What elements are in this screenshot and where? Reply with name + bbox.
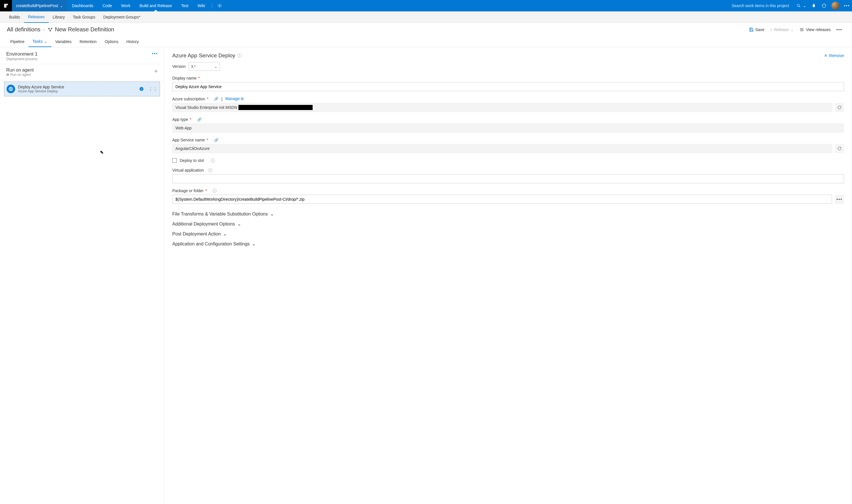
project-name: createBuildPipelinePost: [16, 3, 58, 8]
svg-rect-11: [6, 74, 9, 74]
nav-divider: [212, 3, 212, 8]
help-icon[interactable]: [819, 0, 829, 12]
chevron-down-icon: ⌄: [791, 28, 794, 32]
tab-retention[interactable]: Retention: [76, 36, 101, 47]
tab-pipeline[interactable]: Pipeline: [6, 36, 29, 47]
settings-icon[interactable]: [214, 0, 225, 12]
cursor-icon: ⬉: [100, 149, 104, 155]
environment-subtitle: Deployment process: [6, 57, 38, 61]
svg-point-0: [219, 5, 220, 6]
tab-tasks[interactable]: Tasks ⌄: [29, 36, 51, 47]
nav-test[interactable]: Test: [177, 0, 193, 12]
environment-title: Environment 1: [6, 51, 38, 57]
tab-history[interactable]: History: [122, 36, 143, 47]
remove-button[interactable]: ✕ Remove: [824, 53, 844, 58]
expander-post-deployment[interactable]: Post Deployment Action ⌄: [172, 229, 844, 239]
tab-variables[interactable]: Variables: [51, 36, 76, 47]
plus-icon: +: [770, 28, 773, 32]
browse-icon[interactable]: •••: [835, 195, 844, 204]
user-avatar[interactable]: [832, 2, 839, 10]
subnav-library[interactable]: Library: [49, 12, 69, 23]
redacted-text: [238, 105, 313, 110]
save-button[interactable]: Save: [746, 28, 767, 32]
checkbox-icon[interactable]: [172, 158, 177, 163]
package-input[interactable]: [172, 195, 832, 204]
subscription-select[interactable]: Visual Studio Enterprise mit MSDN: [172, 103, 832, 112]
task-item-deploy-azure[interactable]: Deploy Azure App Service Azure App Servi…: [4, 82, 160, 96]
subscription-label: Azure subscription * 🔗 | Manage ⧉: [172, 96, 844, 101]
check-icon: [139, 87, 144, 91]
phase-subtitle: Run on agent: [6, 73, 34, 77]
hub-subnav: Builds Releases Library Task Groups Depl…: [0, 12, 852, 23]
nav-dashboards[interactable]: Dashboards: [67, 0, 98, 12]
svg-rect-3: [48, 28, 50, 29]
search-icon[interactable]: [797, 4, 801, 8]
main-content: Environment 1 Deployment process ••• Run…: [0, 47, 852, 504]
more-actions[interactable]: •••: [833, 28, 845, 32]
subnav-builds[interactable]: Builds: [5, 12, 24, 23]
info-icon[interactable]: i: [208, 168, 212, 172]
add-task-icon[interactable]: +: [154, 68, 158, 75]
manage-link[interactable]: Manage ⧉: [225, 96, 244, 101]
environment-more-icon[interactable]: •••: [152, 51, 158, 56]
nav-wiki[interactable]: Wiki: [193, 0, 210, 12]
vsts-logo[interactable]: [0, 0, 12, 12]
svg-point-1: [797, 4, 800, 6]
search-input[interactable]: [732, 3, 794, 8]
svg-rect-5: [49, 30, 51, 31]
chevron-down-icon: ⌄: [44, 39, 47, 43]
link-icon[interactable]: 🔗: [214, 97, 218, 101]
info-icon[interactable]: i: [211, 159, 215, 162]
display-name-input[interactable]: [172, 82, 844, 91]
info-icon[interactable]: i: [213, 189, 216, 193]
subnav-deployment-groups[interactable]: Deployment Groups*: [99, 12, 144, 23]
project-selector[interactable]: createBuildPipelinePost ⌄: [12, 0, 67, 12]
global-topbar: createBuildPipelinePost ⌄ Dashboards Cod…: [0, 0, 852, 12]
app-service-label: App Service name * 🔗: [172, 138, 844, 142]
chevron-down-icon[interactable]: ⌄: [803, 3, 806, 8]
expander-file-transforms[interactable]: File Transforms & Variable Substitution …: [172, 209, 844, 219]
nav-work[interactable]: Work: [117, 0, 135, 12]
link-icon[interactable]: 🔗: [214, 138, 218, 142]
agent-phase[interactable]: Run on agent Run on agent +: [0, 64, 164, 80]
refresh-icon[interactable]: [835, 103, 844, 112]
chevron-down-icon: ⌄: [223, 231, 227, 237]
titlebar: All definitions › New Release Definition…: [0, 23, 852, 36]
more-icon[interactable]: •••: [842, 0, 852, 12]
tab-options[interactable]: Options: [101, 36, 122, 47]
link-icon[interactable]: 🔗: [197, 118, 202, 122]
subnav-task-groups[interactable]: Task Groups: [69, 12, 99, 23]
shopping-icon[interactable]: [809, 0, 819, 12]
svg-rect-4: [51, 28, 52, 29]
breadcrumb-root[interactable]: All definitions: [7, 26, 40, 33]
breadcrumb-current: New Release Definition: [55, 26, 114, 33]
app-type-select[interactable]: Web App: [172, 123, 844, 132]
definition-icon: [48, 27, 53, 32]
virtual-app-input[interactable]: [172, 174, 844, 183]
expander-app-config[interactable]: Application and Configuration Settings ⌄: [172, 239, 844, 249]
chevron-right-icon: ›: [43, 28, 45, 32]
chevron-down-icon: ⌄: [270, 211, 274, 217]
nav-build-release[interactable]: Build and Release: [135, 0, 177, 12]
environment-header[interactable]: Environment 1 Deployment process •••: [0, 47, 164, 64]
subnav-releases[interactable]: Releases: [24, 12, 49, 23]
task-detail-panel: Azure App Service Deploy i ✕ Remove Vers…: [164, 47, 852, 504]
nav-code[interactable]: Code: [98, 0, 117, 12]
expander-deployment-options[interactable]: Additional Deployment Options ⌄: [172, 219, 844, 229]
task-subtitle: Azure App Service Deploy: [18, 89, 64, 93]
app-service-select[interactable]: AngularCliOnAzure: [172, 144, 832, 153]
task-list-panel: Environment 1 Deployment process ••• Run…: [0, 47, 164, 504]
package-label: Package or folder * i: [172, 188, 844, 193]
deploy-to-slot-checkbox[interactable]: Deploy to slot i: [172, 158, 844, 163]
view-releases-button[interactable]: View releases: [797, 28, 833, 32]
drag-grip-icon[interactable]: ⋮⋮: [148, 86, 157, 92]
chevron-down-icon: ⌄: [252, 241, 255, 247]
version-select[interactable]: 3.* ⌄: [189, 62, 220, 71]
info-icon[interactable]: i: [237, 54, 242, 58]
svg-rect-13: [6, 75, 9, 76]
search-box[interactable]: ⌄: [729, 3, 809, 8]
release-button[interactable]: + Release ⌄: [767, 28, 797, 32]
close-icon: ✕: [824, 53, 828, 58]
refresh-icon[interactable]: [835, 144, 844, 153]
virtual-app-label: Virtual application i: [172, 168, 844, 173]
